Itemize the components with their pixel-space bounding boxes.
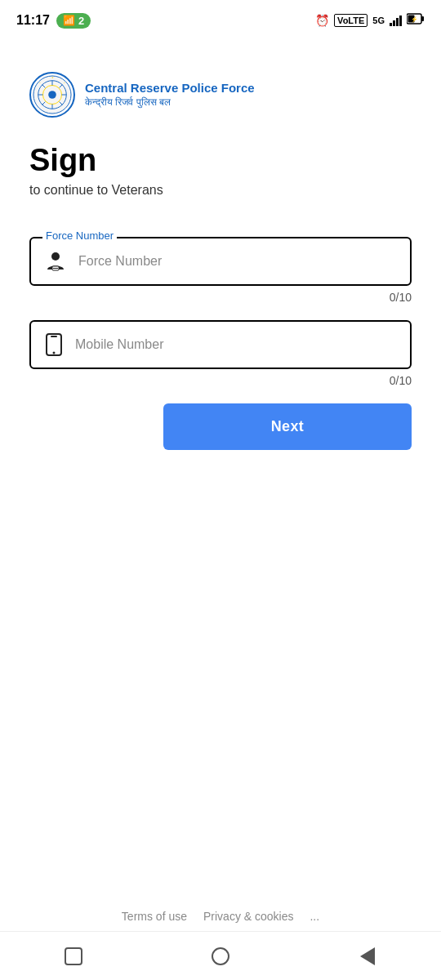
sign-heading: Sign <box>29 144 412 178</box>
recent-apps-icon <box>65 947 82 965</box>
home-button[interactable] <box>209 945 232 968</box>
svg-text:★: ★ <box>39 82 41 84</box>
mobile-number-input[interactable] <box>75 337 397 352</box>
status-left: 11:17 📶 2 <box>16 13 91 29</box>
id-card-icon <box>44 250 67 273</box>
brand-text: Central Reserve Police Force केन्द्रीय र… <box>85 81 255 109</box>
mobile-number-wrapper <box>29 320 412 369</box>
mobile-icon <box>44 333 64 356</box>
force-number-char-count: 0/10 <box>29 291 412 304</box>
sign-subtext: to continue to Veterans <box>29 183 412 198</box>
footer: Terms of use Privacy & cookies ... <box>0 910 441 923</box>
terms-link[interactable]: Terms of use <box>122 910 187 923</box>
main-content: ★ ★ ★ Central Reserve Police Force केन्द… <box>0 39 441 466</box>
logo-circle: ★ ★ ★ <box>29 72 75 118</box>
brand-section: ★ ★ ★ Central Reserve Police Force केन्द… <box>29 72 412 118</box>
svg-text:★: ★ <box>51 76 54 79</box>
svg-rect-23 <box>51 336 57 337</box>
wifi-badge: 📶 2 <box>56 13 91 29</box>
brand-name: Central Reserve Police Force <box>85 81 255 96</box>
force-number-group: Force Number 0/10 <box>29 237 412 304</box>
more-link[interactable]: ... <box>310 910 319 923</box>
svg-point-7 <box>48 91 56 99</box>
brand-hindi: केन्द्रीय रिजर्व पुलिस बल <box>85 96 255 109</box>
status-bar: 11:17 📶 2 ⏰ VoLTE 5G ⚡ <box>0 0 441 39</box>
svg-rect-2 <box>421 16 424 21</box>
5g-icon: 5G <box>372 16 385 25</box>
status-time: 11:17 <box>16 13 50 28</box>
mobile-number-char-count: 0/10 <box>29 374 412 387</box>
volte-icon: VoLTE <box>334 14 368 27</box>
mobile-number-group: 0/10 <box>29 320 412 387</box>
alarm-icon: ⏰ <box>315 14 329 27</box>
home-icon <box>212 947 229 965</box>
signal-icon <box>390 15 402 26</box>
force-number-label: Force Number <box>42 229 117 242</box>
next-button[interactable]: Next <box>163 403 412 450</box>
battery-icon: ⚡ <box>407 13 425 28</box>
svg-point-24 <box>53 351 56 354</box>
privacy-link[interactable]: Privacy & cookies <box>203 910 293 923</box>
svg-text:★: ★ <box>64 82 65 84</box>
back-button[interactable] <box>356 945 379 968</box>
bottom-nav <box>0 931 441 980</box>
wifi-icon: 📶 <box>63 15 75 26</box>
svg-text:⚡: ⚡ <box>411 16 418 23</box>
force-number-input[interactable] <box>78 254 397 269</box>
force-number-wrapper: Force Number <box>29 237 412 286</box>
recent-apps-button[interactable] <box>62 945 85 968</box>
svg-point-19 <box>51 252 60 261</box>
wifi-count: 2 <box>78 15 84 27</box>
status-right: ⏰ VoLTE 5G ⚡ <box>315 13 425 28</box>
back-icon <box>360 947 375 965</box>
